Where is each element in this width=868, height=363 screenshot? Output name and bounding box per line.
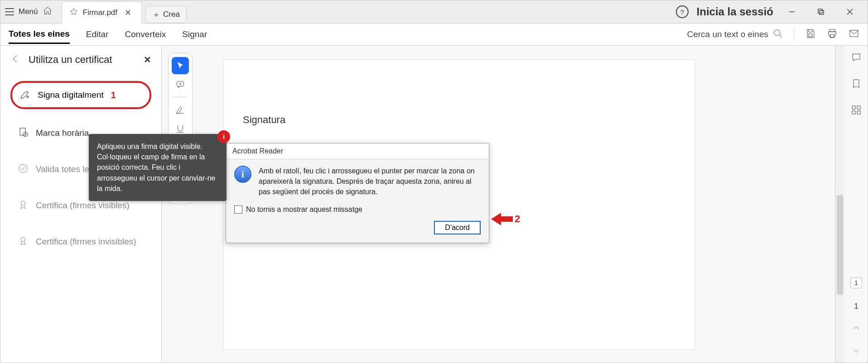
dont-show-again-label: No tornis a mostrar aquest missatge xyxy=(246,205,362,214)
scrollbar-thumb[interactable] xyxy=(837,195,843,295)
svg-rect-28 xyxy=(852,111,855,114)
toolbar-all-tools[interactable]: Totes les eines xyxy=(9,25,70,44)
main-toolbar: Totes les eines Editar Converteix Signar… xyxy=(0,24,868,46)
svg-point-16 xyxy=(21,237,25,242)
svg-rect-26 xyxy=(852,106,855,109)
dialog-message-row: i Amb el ratolí, feu clic i arrossegueu … xyxy=(234,166,481,197)
info-icon: i xyxy=(234,166,251,183)
sidebar-item-certify-invisible: Certifica (firmes invisibles) xyxy=(10,229,151,254)
panel-title: Utilitza un certificat xyxy=(29,54,135,66)
toolbar-divider xyxy=(794,29,794,40)
sidebar-item-label: Certifica (firmes invisibles) xyxy=(36,237,136,247)
tooltip-text: Apliqueu una firma digital visible. Col·… xyxy=(97,143,215,192)
left-sidebar: Utilitza un certificat ✕ Signa digitalme… xyxy=(0,46,162,363)
help-icon[interactable]: ? xyxy=(676,5,689,18)
window-close-button[interactable] xyxy=(839,1,860,22)
ribbon-outline-icon xyxy=(18,235,29,248)
tab-title: Firmar.pdf xyxy=(83,8,118,17)
info-badge-icon: i xyxy=(217,130,230,143)
hamburger-menu-icon[interactable] xyxy=(5,8,14,15)
new-tab-button[interactable]: ＋ Crea xyxy=(145,6,187,23)
titlebar: Menú Firmar.pdf ✕ ＋ Crea ? Inicia la ses… xyxy=(0,0,868,24)
dialog-body: i Amb el ratolí, feu clic i arrossegueu … xyxy=(226,159,489,243)
svg-marker-25 xyxy=(491,213,513,225)
validate-icon xyxy=(18,163,29,176)
svg-rect-10 xyxy=(850,30,858,37)
sidebar-item-label: Signa digitalment xyxy=(38,90,104,100)
clock-document-icon xyxy=(18,127,29,140)
dialog-ok-button[interactable]: D'acord xyxy=(434,221,481,234)
sign-digitally-tooltip: Apliqueu una firma digital visible. Col·… xyxy=(89,134,227,201)
right-rail: 1 1 xyxy=(844,46,868,363)
search-icon xyxy=(773,29,783,41)
svg-point-11 xyxy=(27,96,29,98)
mail-icon[interactable] xyxy=(849,28,859,41)
svg-rect-8 xyxy=(829,29,835,32)
dialog-title: Acrobat Reader xyxy=(226,143,489,159)
star-icon[interactable] xyxy=(69,7,78,18)
annotation-arrow-2: 2 xyxy=(491,211,520,227)
window-maximize-button[interactable] xyxy=(810,1,831,22)
panel-close-icon[interactable]: ✕ xyxy=(144,54,151,65)
sidebar-item-sign-digitally[interactable]: Signa digitalment 1 xyxy=(10,81,151,109)
annotation-badge-1: 1 xyxy=(111,90,116,100)
pointer-tool[interactable] xyxy=(172,57,189,74)
page-down-icon[interactable] xyxy=(853,347,860,356)
signature-pen-icon xyxy=(19,89,30,102)
plus-icon: ＋ xyxy=(152,10,160,19)
sidebar-item-label: Marca horària xyxy=(36,128,89,138)
titlebar-left: Menú xyxy=(0,0,57,23)
svg-rect-27 xyxy=(857,106,860,109)
workspace: A Signatura Acrobat Reader i Amb el r xyxy=(162,46,868,363)
svg-rect-29 xyxy=(857,111,860,114)
document-page[interactable]: Signatura Acrobat Reader i Amb el ratolí… xyxy=(223,59,695,350)
svg-rect-2 xyxy=(820,10,824,14)
highlight-tool[interactable] xyxy=(172,101,189,118)
toolbar-sign[interactable]: Signar xyxy=(182,26,207,43)
bookmarks-panel-icon[interactable] xyxy=(851,78,862,91)
annotation-badge-2: 2 xyxy=(515,213,520,225)
menu-label[interactable]: Menú xyxy=(19,7,38,16)
current-page-number: 1 xyxy=(854,302,858,311)
save-icon[interactable] xyxy=(805,28,816,41)
svg-rect-7 xyxy=(809,34,812,37)
window-minimize-button[interactable] xyxy=(781,1,802,22)
svg-rect-9 xyxy=(830,34,834,37)
sidebar-item-label: Certifica (firmes visibles) xyxy=(36,201,130,210)
document-area[interactable]: Signatura Acrobat Reader i Amb el ratolí… xyxy=(193,46,835,363)
search-placeholder: Cerca un text o eines xyxy=(687,29,768,39)
signature-heading: Signatura xyxy=(243,114,285,126)
toolbar-convert[interactable]: Converteix xyxy=(125,26,166,43)
svg-point-15 xyxy=(21,201,25,205)
right-rail-top xyxy=(845,52,868,117)
new-tab-label: Crea xyxy=(163,10,180,19)
window-root: Menú Firmar.pdf ✕ ＋ Crea ? Inicia la ses… xyxy=(0,0,868,363)
right-rail-bottom: 1 1 xyxy=(845,277,868,356)
add-comment-tool[interactable] xyxy=(172,76,189,93)
toolbar-edit[interactable]: Editar xyxy=(86,26,109,43)
search-input[interactable]: Cerca un text o eines xyxy=(687,29,783,41)
panel-back-icon[interactable] xyxy=(10,54,20,66)
total-pages-badge[interactable]: 1 xyxy=(850,277,862,288)
dialog-actions: D'acord xyxy=(234,221,481,234)
panel-header: Utilitza un certificat ✕ xyxy=(0,46,161,74)
doc-toolbar-separator xyxy=(174,97,187,97)
toolbar-right: Cerca un text o eines xyxy=(687,28,859,41)
vertical-scrollbar[interactable] xyxy=(835,46,844,363)
titlebar-right: ? Inicia la sessió xyxy=(669,0,868,23)
thumbnails-panel-icon[interactable] xyxy=(851,105,862,117)
ribbon-icon xyxy=(18,199,29,212)
print-icon[interactable] xyxy=(827,28,838,41)
login-button[interactable]: Inicia la sessió xyxy=(697,5,773,18)
svg-point-14 xyxy=(19,164,27,172)
svg-rect-1 xyxy=(818,9,822,13)
tab-firmar-pdf[interactable]: Firmar.pdf ✕ xyxy=(62,1,142,24)
comments-panel-icon[interactable] xyxy=(851,52,862,65)
home-icon[interactable] xyxy=(43,6,53,18)
dont-show-again-checkbox[interactable] xyxy=(234,205,242,214)
page-up-icon[interactable] xyxy=(853,325,860,334)
dialog-message: Amb el ratolí, feu clic i arrossegueu el… xyxy=(259,166,481,197)
svg-rect-12 xyxy=(20,128,25,135)
tab-close-icon[interactable]: ✕ xyxy=(122,7,134,19)
body: Utilitza un certificat ✕ Signa digitalme… xyxy=(0,46,868,363)
